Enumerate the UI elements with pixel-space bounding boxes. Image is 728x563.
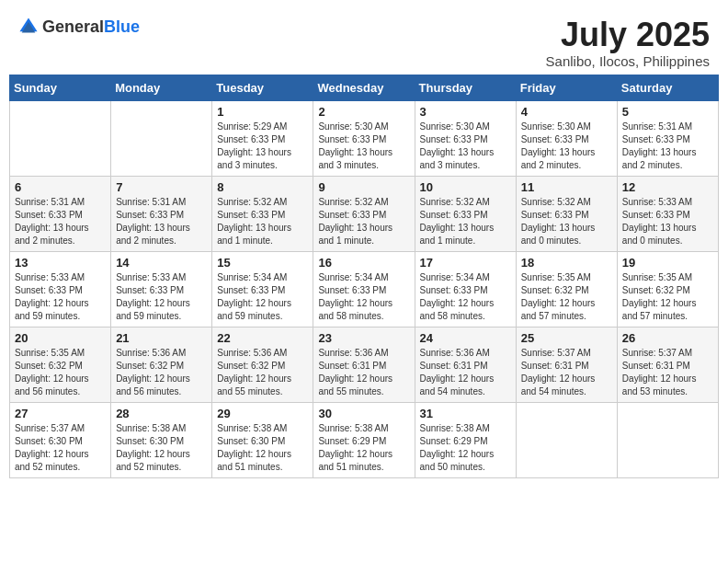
calendar-cell: 24Sunrise: 5:36 AM Sunset: 6:31 PM Dayli… <box>415 327 516 402</box>
day-number: 15 <box>217 256 308 270</box>
calendar-cell: 18Sunrise: 5:35 AM Sunset: 6:32 PM Dayli… <box>516 251 617 327</box>
logo-icon <box>18 17 39 37</box>
day-number: 10 <box>420 180 511 194</box>
calendar-cell: 15Sunrise: 5:34 AM Sunset: 6:33 PM Dayli… <box>212 251 313 327</box>
day-detail: Sunrise: 5:38 AM Sunset: 6:30 PM Dayligh… <box>116 422 207 474</box>
calendar-cell: 16Sunrise: 5:34 AM Sunset: 6:33 PM Dayli… <box>313 251 415 327</box>
calendar-cell: 10Sunrise: 5:32 AM Sunset: 6:33 PM Dayli… <box>415 176 516 251</box>
calendar-cell: 12Sunrise: 5:33 AM Sunset: 6:33 PM Dayli… <box>617 176 718 251</box>
column-header-saturday: Saturday <box>617 75 718 100</box>
day-number: 26 <box>622 331 713 345</box>
calendar-cell: 20Sunrise: 5:35 AM Sunset: 6:32 PM Dayli… <box>10 327 111 402</box>
day-detail: Sunrise: 5:32 AM Sunset: 6:33 PM Dayligh… <box>217 196 308 247</box>
calendar-cell: 19Sunrise: 5:35 AM Sunset: 6:32 PM Dayli… <box>617 251 718 327</box>
calendar-week-2: 6Sunrise: 5:31 AM Sunset: 6:33 PM Daylig… <box>10 176 719 251</box>
day-number: 17 <box>420 256 511 270</box>
day-number: 24 <box>420 331 511 345</box>
calendar-table: SundayMondayTuesdayWednesdayThursdayFrid… <box>9 75 719 478</box>
day-detail: Sunrise: 5:29 AM Sunset: 6:33 PM Dayligh… <box>217 121 308 172</box>
day-number: 5 <box>622 105 713 119</box>
day-number: 22 <box>217 331 308 345</box>
day-detail: Sunrise: 5:33 AM Sunset: 6:33 PM Dayligh… <box>116 271 207 323</box>
day-number: 8 <box>217 180 308 194</box>
day-number: 7 <box>116 180 207 194</box>
day-detail: Sunrise: 5:35 AM Sunset: 6:32 PM Dayligh… <box>15 347 106 398</box>
calendar-cell: 30Sunrise: 5:38 AM Sunset: 6:29 PM Dayli… <box>313 402 415 477</box>
calendar-cell: 27Sunrise: 5:37 AM Sunset: 6:30 PM Dayli… <box>10 402 111 477</box>
calendar-cell: 11Sunrise: 5:32 AM Sunset: 6:33 PM Dayli… <box>516 176 617 251</box>
calendar-cell <box>111 100 212 176</box>
day-detail: Sunrise: 5:36 AM Sunset: 6:32 PM Dayligh… <box>217 347 308 398</box>
calendar-cell: 29Sunrise: 5:38 AM Sunset: 6:30 PM Dayli… <box>212 402 313 477</box>
calendar-cell: 1Sunrise: 5:29 AM Sunset: 6:33 PM Daylig… <box>212 100 313 176</box>
day-detail: Sunrise: 5:32 AM Sunset: 6:33 PM Dayligh… <box>318 196 409 247</box>
day-number: 1 <box>217 105 308 119</box>
column-header-thursday: Thursday <box>415 75 516 100</box>
calendar-cell: 5Sunrise: 5:31 AM Sunset: 6:33 PM Daylig… <box>617 100 718 176</box>
day-number: 18 <box>521 256 612 270</box>
day-detail: Sunrise: 5:30 AM Sunset: 6:33 PM Dayligh… <box>420 121 511 172</box>
day-detail: Sunrise: 5:34 AM Sunset: 6:33 PM Dayligh… <box>420 271 511 323</box>
day-number: 14 <box>116 256 207 270</box>
day-detail: Sunrise: 5:30 AM Sunset: 6:33 PM Dayligh… <box>521 121 612 172</box>
day-detail: Sunrise: 5:34 AM Sunset: 6:33 PM Dayligh… <box>318 271 409 323</box>
day-detail: Sunrise: 5:37 AM Sunset: 6:31 PM Dayligh… <box>622 347 713 398</box>
logo: GeneralBlue <box>18 17 140 37</box>
day-number: 28 <box>116 407 207 420</box>
day-number: 27 <box>15 407 106 420</box>
day-detail: Sunrise: 5:36 AM Sunset: 6:32 PM Dayligh… <box>116 347 207 398</box>
day-detail: Sunrise: 5:35 AM Sunset: 6:32 PM Dayligh… <box>521 271 612 323</box>
column-header-tuesday: Tuesday <box>212 75 313 100</box>
calendar-cell: 4Sunrise: 5:30 AM Sunset: 6:33 PM Daylig… <box>516 100 617 176</box>
day-detail: Sunrise: 5:30 AM Sunset: 6:33 PM Dayligh… <box>318 121 409 172</box>
calendar-cell: 13Sunrise: 5:33 AM Sunset: 6:33 PM Dayli… <box>10 251 111 327</box>
column-header-monday: Monday <box>111 75 212 100</box>
logo-general-text: GeneralBlue <box>42 17 140 37</box>
day-number: 29 <box>217 407 308 420</box>
location-subtitle: Sanlibo, Ilocos, Philippines <box>546 53 710 69</box>
page-header: GeneralBlue July 2025 Sanlibo, Ilocos, P… <box>9 9 719 75</box>
day-number: 25 <box>521 331 612 345</box>
day-detail: Sunrise: 5:31 AM Sunset: 6:33 PM Dayligh… <box>622 121 713 172</box>
calendar-cell: 8Sunrise: 5:32 AM Sunset: 6:33 PM Daylig… <box>212 176 313 251</box>
calendar-week-1: 1Sunrise: 5:29 AM Sunset: 6:33 PM Daylig… <box>10 100 719 176</box>
day-detail: Sunrise: 5:32 AM Sunset: 6:33 PM Dayligh… <box>420 196 511 247</box>
day-number: 20 <box>15 331 106 345</box>
column-header-friday: Friday <box>516 75 617 100</box>
day-number: 6 <box>15 180 106 194</box>
calendar-cell: 6Sunrise: 5:31 AM Sunset: 6:33 PM Daylig… <box>10 176 111 251</box>
day-number: 23 <box>318 331 409 345</box>
calendar-cell: 22Sunrise: 5:36 AM Sunset: 6:32 PM Dayli… <box>212 327 313 402</box>
day-detail: Sunrise: 5:32 AM Sunset: 6:33 PM Dayligh… <box>521 196 612 247</box>
day-detail: Sunrise: 5:37 AM Sunset: 6:31 PM Dayligh… <box>521 347 612 398</box>
calendar-week-4: 20Sunrise: 5:35 AM Sunset: 6:32 PM Dayli… <box>10 327 719 402</box>
day-detail: Sunrise: 5:38 AM Sunset: 6:29 PM Dayligh… <box>420 422 511 474</box>
calendar-header-row: SundayMondayTuesdayWednesdayThursdayFrid… <box>10 75 719 100</box>
calendar-cell <box>617 402 718 477</box>
calendar-cell: 31Sunrise: 5:38 AM Sunset: 6:29 PM Dayli… <box>415 402 516 477</box>
day-detail: Sunrise: 5:38 AM Sunset: 6:29 PM Dayligh… <box>318 422 409 474</box>
day-number: 13 <box>15 256 106 270</box>
calendar-week-5: 27Sunrise: 5:37 AM Sunset: 6:30 PM Dayli… <box>10 402 719 477</box>
calendar-cell: 7Sunrise: 5:31 AM Sunset: 6:33 PM Daylig… <box>111 176 212 251</box>
column-header-wednesday: Wednesday <box>313 75 415 100</box>
day-detail: Sunrise: 5:35 AM Sunset: 6:32 PM Dayligh… <box>622 271 713 323</box>
day-detail: Sunrise: 5:36 AM Sunset: 6:31 PM Dayligh… <box>318 347 409 398</box>
calendar-cell: 17Sunrise: 5:34 AM Sunset: 6:33 PM Dayli… <box>415 251 516 327</box>
month-title: July 2025 <box>546 17 710 53</box>
column-header-sunday: Sunday <box>10 75 111 100</box>
calendar-cell: 14Sunrise: 5:33 AM Sunset: 6:33 PM Dayli… <box>111 251 212 327</box>
day-detail: Sunrise: 5:33 AM Sunset: 6:33 PM Dayligh… <box>622 196 713 247</box>
day-number: 31 <box>420 407 511 420</box>
day-detail: Sunrise: 5:36 AM Sunset: 6:31 PM Dayligh… <box>420 347 511 398</box>
day-number: 12 <box>622 180 713 194</box>
day-number: 30 <box>318 407 409 420</box>
day-number: 3 <box>420 105 511 119</box>
day-number: 4 <box>521 105 612 119</box>
calendar-cell: 25Sunrise: 5:37 AM Sunset: 6:31 PM Dayli… <box>516 327 617 402</box>
calendar-cell: 9Sunrise: 5:32 AM Sunset: 6:33 PM Daylig… <box>313 176 415 251</box>
calendar-cell <box>516 402 617 477</box>
day-number: 2 <box>318 105 409 119</box>
day-detail: Sunrise: 5:38 AM Sunset: 6:30 PM Dayligh… <box>217 422 308 474</box>
calendar-cell: 21Sunrise: 5:36 AM Sunset: 6:32 PM Dayli… <box>111 327 212 402</box>
